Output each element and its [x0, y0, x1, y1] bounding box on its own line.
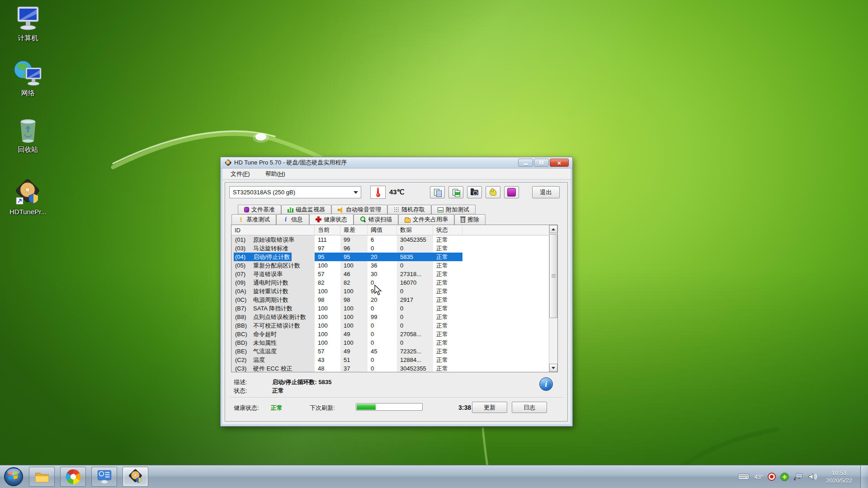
- aam-icon: [338, 207, 344, 213]
- toolbar-icon-button[interactable]: [504, 186, 519, 198]
- tab-item[interactable]: 附加测试: [431, 205, 476, 214]
- recycle-bin-icon: [14, 115, 42, 144]
- tab-row-2: 基准测试 信息 健康状态 错误扫描: [231, 214, 486, 225]
- tab-item[interactable]: 错误扫描: [354, 214, 398, 225]
- table-row[interactable]: (03)马达旋转标准 97 96 0 0 正常: [231, 244, 549, 253]
- mouse-cursor: [374, 285, 384, 296]
- table-row[interactable]: (0C)电源周期计数 98 98 20 2917 正常: [231, 296, 549, 304]
- table-row[interactable]: (01)原始读取错误率 111 99 6 30452355 正常: [231, 235, 549, 244]
- column-header-status[interactable]: 状态: [433, 225, 462, 235]
- table-row[interactable]: (C2)温度 43 51 0 12884... 正常: [231, 356, 549, 364]
- tray-hdtune-temp-icon[interactable]: [768, 473, 776, 481]
- system-tray: 43° 10:53 2020/5/22: [738, 465, 868, 488]
- health-status-label: 健康状态:: [234, 404, 259, 412]
- table-row[interactable]: (BE)气流温度 57 49 45 72325... 正常: [231, 347, 549, 356]
- column-header-data[interactable]: 数据: [397, 225, 433, 235]
- desktop-icon-label: HDTunePr...: [9, 208, 47, 216]
- taskbar-explorer-button[interactable]: [29, 467, 55, 487]
- menu-file[interactable]: 文件(F): [229, 169, 252, 179]
- scroll-up-button[interactable]: [549, 225, 557, 233]
- tray-security-icon[interactable]: [780, 473, 789, 481]
- taskbar-bluetool-button[interactable]: [91, 467, 117, 487]
- table-row[interactable]: (BB)不可校正错误计数 100 100 0 0 正常: [231, 321, 549, 330]
- table-row[interactable]: (C3)硬件 ECC 校正 48 37 0 30452355 正常: [231, 364, 549, 372]
- toolbar-icon-button[interactable]: [448, 186, 463, 198]
- taskbar: 43° 10:53 2020/5/22: [0, 465, 868, 488]
- start-button[interactable]: [4, 467, 24, 487]
- column-header-current[interactable]: 当前: [315, 225, 340, 235]
- computer-icon: [14, 5, 42, 33]
- table-row[interactable]: (BD)未知属性 100 100 0 0 正常: [231, 338, 549, 347]
- separator-line: [229, 397, 564, 398]
- scroll-down-button[interactable]: [549, 364, 557, 372]
- copy-image-icon: [453, 189, 460, 196]
- log-button[interactable]: 日志: [512, 402, 547, 413]
- desktop-icon-hdtune[interactable]: HDTunePr...: [5, 178, 51, 216]
- tab-item[interactable]: 基准测试: [231, 214, 276, 225]
- scan-icon: [360, 216, 366, 223]
- drive-selector-arrow[interactable]: [351, 187, 361, 198]
- minimize-button[interactable]: [518, 159, 533, 167]
- tab-item[interactable]: 擦除: [454, 214, 486, 225]
- tab-item[interactable]: 文件夹占用率: [398, 214, 454, 225]
- toolbar-icon-button[interactable]: [486, 186, 500, 198]
- tab-item[interactable]: 健康状态: [309, 214, 354, 225]
- table-row[interactable]: (07)寻道错误率 57 46 30 27318... 正常: [231, 270, 549, 278]
- table-row[interactable]: (05)重新分配扇区计数 100 100 36 0 正常: [231, 261, 549, 270]
- menu-help[interactable]: 帮助(H): [264, 169, 287, 179]
- tab-item[interactable]: 自动噪音管理: [331, 205, 387, 214]
- drive-selector[interactable]: ST3250318AS (250 gB): [229, 186, 361, 198]
- keyboard-tray-icon[interactable]: [738, 473, 750, 480]
- table-row[interactable]: (0A)旋转重试计数 100 100 97 0 正常: [231, 287, 549, 296]
- maximize-button[interactable]: [534, 159, 549, 167]
- table-row[interactable]: (B7)SATA 降挡计数 100 100 0 0 正常: [231, 304, 549, 313]
- network-tray-icon[interactable]: [793, 473, 803, 481]
- titlebar[interactable]: HD Tune Pro 5.70 - 硬盘/固态硬盘实用程序 ×: [221, 157, 572, 169]
- info-icon[interactable]: i: [539, 377, 553, 391]
- tab-item[interactable]: 文件基准: [238, 205, 281, 214]
- tray-temperature[interactable]: 43°: [754, 474, 763, 480]
- show-desktop-button[interactable]: [860, 465, 866, 488]
- tab-item[interactable]: 随机存取: [387, 205, 431, 214]
- column-header-id[interactable]: ID: [231, 225, 315, 235]
- folder-icon: [405, 218, 410, 223]
- status-label: 状态:: [234, 387, 247, 395]
- temperature-value: 43℃: [389, 188, 405, 196]
- toolbar-icon-button[interactable]: [430, 186, 445, 198]
- table-row[interactable]: (B8)点到点错误检测计数 100 100 99 0 正常: [231, 313, 549, 321]
- close-button[interactable]: ×: [550, 159, 569, 167]
- tab-item[interactable]: 信息: [276, 214, 309, 225]
- desktop-icon-computer[interactable]: 计算机: [5, 5, 51, 42]
- erase-icon: [461, 217, 465, 223]
- table-row[interactable]: (BC)命令超时 100 49 0 27058... 正常: [231, 330, 549, 338]
- description-value: 启动/停止循环数: 5835: [272, 378, 331, 386]
- benchmark-icon: [238, 216, 244, 223]
- clock-time: 10:53: [826, 469, 852, 477]
- scroll-down-icon: [552, 367, 555, 369]
- taskbar-hdtune-button[interactable]: [123, 467, 148, 487]
- exit-button[interactable]: 退出: [532, 186, 560, 198]
- toolbar-icon-button[interactable]: [467, 186, 482, 198]
- update-button[interactable]: 更新: [472, 402, 507, 413]
- tab-item[interactable]: 磁盘监视器: [281, 205, 331, 214]
- browser-pinwheel-icon: [65, 469, 81, 485]
- monitor-icon: [288, 207, 293, 212]
- scroll-up-icon: [552, 228, 555, 230]
- table-row[interactable]: (04)启动/停止计数 95 95 20 5835 正常: [231, 253, 549, 261]
- column-header-threshold[interactable]: 阈值: [368, 225, 397, 235]
- desktop-icon-recycle-bin[interactable]: 回收站: [5, 115, 51, 154]
- camera-icon: [471, 190, 478, 195]
- scrollbar-thumb[interactable]: [549, 234, 557, 318]
- vertical-scrollbar[interactable]: [549, 225, 557, 372]
- taskbar-browser-button[interactable]: [60, 467, 86, 487]
- windows-start-icon: [4, 467, 24, 487]
- table-row[interactable]: (09)通电时间计数 82 82 0 16070 正常: [231, 278, 549, 287]
- description-label: 描述:: [234, 378, 247, 386]
- volume-tray-icon[interactable]: [808, 473, 818, 481]
- column-header-worst[interactable]: 最差: [340, 225, 368, 235]
- window-client: ST3250318AS (250 gB) 43℃: [222, 180, 571, 424]
- taskbar-clock[interactable]: 10:53 2020/5/22: [822, 469, 856, 484]
- desktop-icon-network[interactable]: 网络: [5, 60, 51, 98]
- window-title: HD Tune Pro 5.70 - 硬盘/固态硬盘实用程序: [234, 159, 347, 167]
- temperature-button[interactable]: [370, 186, 386, 199]
